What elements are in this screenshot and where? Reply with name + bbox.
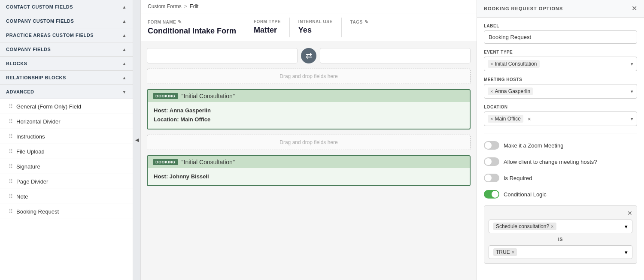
event-type-chip-close[interactable]: × xyxy=(490,61,493,66)
toggle-cond-logic-switch[interactable] xyxy=(484,190,499,199)
drag-drop-zone-2: Drag and drop fields here xyxy=(147,135,471,150)
sidebar-item-booking-request[interactable]: ⠿ Booking Request xyxy=(0,204,133,219)
sidebar-section-company-custom[interactable]: COMPANY CUSTOM FIELDS ▲ xyxy=(0,14,133,28)
merge-icon: ⇄ xyxy=(306,51,312,60)
label-field-label: LABEL xyxy=(484,24,637,28)
location-chip-close[interactable]: × xyxy=(490,116,493,121)
label-input[interactable] xyxy=(484,30,637,44)
left-sidebar: CONTACT CUSTOM FIELDS ▲ COMPANY CUSTOM F… xyxy=(0,0,133,280)
location-chip-x2[interactable]: × xyxy=(528,116,531,122)
field-box-right[interactable] xyxy=(320,48,471,63)
tags-field: TAGS ✎ xyxy=(350,18,377,37)
drag-icon: ⠿ xyxy=(9,133,13,140)
meeting-hosts-select[interactable]: × Anna Gasperlin ▾ xyxy=(484,84,637,99)
panel-body: LABEL EVENT TYPE × Initial Consultation … xyxy=(477,18,644,270)
booking-title-1: "Initial Consultation" xyxy=(182,93,235,99)
meeting-hosts-arrow-icon: ▾ xyxy=(631,89,633,94)
right-panel-header: BOOKING REQUEST OPTIONS ✕ xyxy=(477,0,644,18)
main-area: Custom Forms > Edit FORM NAME ✎ Conditio… xyxy=(141,0,477,280)
location-section: LOCATION × Main Office × ▾ xyxy=(484,105,637,126)
right-panel: BOOKING REQUEST OPTIONS ✕ LABEL EVENT TY… xyxy=(477,0,644,280)
sidebar-item-instructions[interactable]: ⠿ Instructions xyxy=(0,129,133,144)
chevron-down-icon: ▼ xyxy=(122,90,127,94)
form-type-value: Matter xyxy=(254,26,281,35)
label-section: LABEL xyxy=(484,24,637,44)
sidebar-section-company-fields[interactable]: COMPANY FIELDS ▲ xyxy=(0,42,133,57)
conditional-close-button[interactable]: ✕ xyxy=(627,210,632,216)
booking-host-2: Host: Johnny Bissell xyxy=(154,172,464,181)
location-arrow-icon: ▾ xyxy=(631,116,633,122)
edit-icon[interactable]: ✎ xyxy=(178,19,182,25)
meeting-hosts-section: MEETING HOSTS × Anna Gasperlin ▾ xyxy=(484,77,637,99)
drag-icon: ⠿ xyxy=(9,193,13,200)
internal-use-value: Yes xyxy=(298,26,333,35)
form-header: FORM NAME ✎ Conditional Intake Form FORM… xyxy=(141,13,477,42)
breadcrumb-parent[interactable]: Custom Forms xyxy=(148,3,182,9)
meeting-hosts-chip-close[interactable]: × xyxy=(490,89,493,94)
internal-use-label: INTERNAL USE xyxy=(298,19,333,24)
condition-chip-close[interactable]: × xyxy=(551,224,553,229)
booking-block-1-header: BOOKING "Initial Consultation" xyxy=(148,90,470,102)
sidebar-item-note[interactable]: ⠿ Note xyxy=(0,189,133,204)
booking-block-2[interactable]: BOOKING "Initial Consultation" Host: Joh… xyxy=(147,155,471,187)
sidebar-item-horizontal-divider[interactable]: ⠿ Horizontal Divider xyxy=(0,114,133,129)
booking-body-1: Host: Anna Gasperlin Location: Main Offi… xyxy=(148,102,470,129)
true-chip-close[interactable]: × xyxy=(512,250,514,255)
divider-1 xyxy=(484,133,637,133)
location-select[interactable]: × Main Office × ▾ xyxy=(484,111,637,126)
tags-edit-icon[interactable]: ✎ xyxy=(365,19,369,25)
condition-chip: Schedule consultation? × xyxy=(493,223,556,230)
form-name-field: FORM NAME ✎ Conditional Intake Form xyxy=(148,18,245,37)
sidebar-item-general[interactable]: ⠿ General (Form Only) Field xyxy=(0,99,133,114)
breadcrumb-separator: > xyxy=(184,3,187,9)
drag-icon: ⠿ xyxy=(9,118,13,125)
chevron-up-icon: ▲ xyxy=(122,19,127,24)
sidebar-section-practice-areas[interactable]: PRACTICE AREAS CUSTOM FIELDS ▲ xyxy=(0,28,133,42)
booking-tag-1: BOOKING xyxy=(153,93,178,99)
event-type-select[interactable]: × Initial Consultation ▾ xyxy=(484,57,637,71)
toggle-change-hosts-label: Allow client to change meeting hosts? xyxy=(504,159,597,165)
sidebar-section-blocks[interactable]: BLOCKS ▲ xyxy=(0,57,133,71)
booking-block-1[interactable]: BOOKING "Initial Consultation" Host: Ann… xyxy=(147,89,471,129)
breadcrumb: Custom Forms > Edit xyxy=(141,0,477,13)
collapse-arrow-icon: ◀ xyxy=(135,137,139,143)
form-canvas: ⇄ Drag and drop fields here BOOKING "Ini… xyxy=(141,42,477,280)
sidebar-section-contact-custom[interactable]: CONTACT CUSTOM FIELDS ▲ xyxy=(0,0,133,14)
event-type-section: EVENT TYPE × Initial Consultation ▾ xyxy=(484,50,637,71)
drag-icon: ⠿ xyxy=(9,178,13,185)
toggle-required-switch[interactable] xyxy=(484,174,499,182)
sidebar-item-file-upload[interactable]: ⠿ File Upload xyxy=(0,144,133,159)
booking-tag-2: BOOKING xyxy=(153,159,178,165)
event-type-arrow-icon: ▾ xyxy=(631,61,633,67)
form-name-label: FORM NAME ✎ xyxy=(148,19,236,25)
drag-icon: ⠿ xyxy=(9,103,13,110)
toggle-cond-logic: Conditional Logic xyxy=(484,189,637,199)
two-col-row: ⇄ xyxy=(147,48,471,63)
breadcrumb-current: Edit xyxy=(190,3,199,9)
chevron-up-icon: ▲ xyxy=(122,75,127,80)
true-select[interactable]: TRUE × ▾ xyxy=(489,245,632,259)
form-name-value: Conditional Intake Form xyxy=(148,27,236,36)
condition-select[interactable]: Schedule consultation? × ▾ xyxy=(489,220,632,233)
sidebar-section-relationship-blocks[interactable]: RELATIONSHIP BLOCKS ▲ xyxy=(0,71,133,85)
booking-title-2: "Initial Consultation" xyxy=(182,159,235,166)
toggle-required-label: Is Required xyxy=(504,175,532,181)
merge-button[interactable]: ⇄ xyxy=(301,48,316,63)
conditional-logic-box: ✕ Schedule consultation? × ▾ IS TRUE × ▾ xyxy=(484,205,637,264)
sidebar-item-signature[interactable]: ⠿ Signature xyxy=(0,159,133,174)
sidebar-collapse-toggle[interactable]: ◀ xyxy=(133,0,141,280)
close-button[interactable]: ✕ xyxy=(632,5,637,12)
field-box-left[interactable] xyxy=(147,48,298,63)
booking-block-2-header: BOOKING "Initial Consultation" xyxy=(148,156,470,168)
event-type-label: EVENT TYPE xyxy=(484,50,637,54)
chevron-up-icon: ▲ xyxy=(122,61,127,66)
condition-arrow-icon: ▾ xyxy=(625,223,628,230)
drag-drop-zone-1: Drag and drop fields here xyxy=(147,69,471,84)
sidebar-item-page-divider[interactable]: ⠿ Page Divider xyxy=(0,174,133,189)
toggle-change-hosts-switch[interactable] xyxy=(484,157,499,166)
tags-label: TAGS ✎ xyxy=(350,19,369,25)
sidebar-section-advanced[interactable]: ADVANCED ▼ xyxy=(0,85,133,99)
condition-is-label: IS xyxy=(489,237,632,242)
toggle-zoom-switch[interactable] xyxy=(484,141,499,150)
toggle-required: Is Required xyxy=(484,173,637,183)
